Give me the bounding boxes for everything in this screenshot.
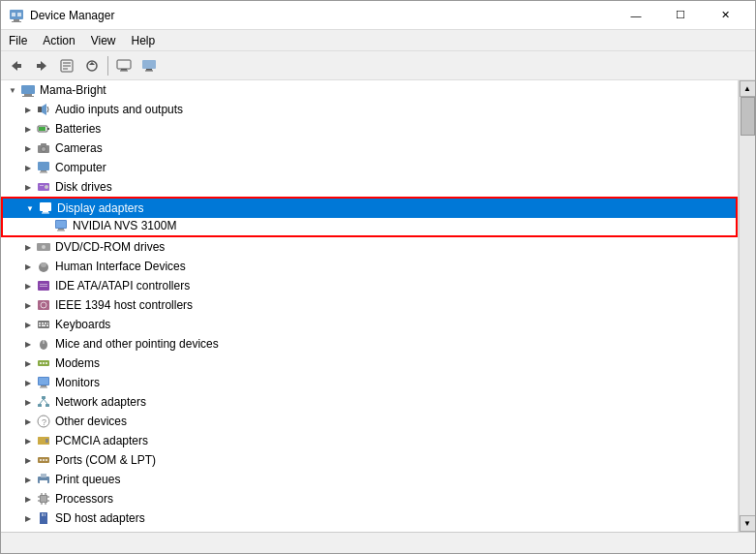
scroll-down-button[interactable]: ▼ bbox=[740, 515, 756, 532]
tree-icon-other: ? bbox=[36, 414, 51, 429]
tree-label: Audio inputs and outputs bbox=[55, 103, 183, 116]
maximize-button[interactable]: ☐ bbox=[658, 1, 703, 30]
update-button[interactable] bbox=[80, 54, 104, 77]
scroll-track[interactable] bbox=[740, 97, 756, 515]
svg-rect-31 bbox=[41, 143, 46, 146]
tree-item[interactable]: ▶ SD host adapters bbox=[1, 508, 738, 528]
tree-icon-battery bbox=[36, 121, 51, 137]
forward-button[interactable] bbox=[30, 54, 53, 77]
svg-marker-14 bbox=[89, 62, 95, 65]
tree-item[interactable]: NVIDIA NVS 3100M bbox=[3, 216, 736, 235]
tree-item[interactable]: ▶ Computer bbox=[1, 158, 738, 177]
title-bar-left: Device Manager bbox=[9, 8, 114, 23]
tree-item[interactable]: ▶ IEEE 1394 host controllers bbox=[1, 295, 738, 315]
svg-rect-40 bbox=[42, 213, 49, 214]
tree-root[interactable]: ▼ Mama-Bright bbox=[1, 80, 738, 100]
tree-label: Other devices bbox=[55, 415, 127, 428]
svg-rect-24 bbox=[38, 107, 42, 112]
properties-icon bbox=[60, 59, 74, 73]
svg-rect-85 bbox=[45, 459, 47, 461]
tree-item[interactable]: ▶ Audio inputs and outputs bbox=[1, 100, 738, 119]
tree-item[interactable]: ▶ Print queues bbox=[1, 470, 738, 489]
tree-arrow: ▶ bbox=[20, 160, 36, 175]
svg-rect-15 bbox=[117, 60, 131, 69]
window-title: Device Manager bbox=[30, 9, 114, 22]
scroll-up-button[interactable]: ▲ bbox=[740, 80, 756, 97]
tree-item[interactable]: ▶ ? Other devices bbox=[1, 412, 738, 431]
tree-arrow: ▶ bbox=[20, 433, 36, 448]
svg-marker-5 bbox=[12, 61, 17, 71]
scan-button[interactable] bbox=[137, 54, 161, 77]
svg-rect-51 bbox=[40, 284, 47, 285]
tree-label: IEEE 1394 host controllers bbox=[55, 298, 193, 312]
tree-item[interactable]: ▼ Display adapters bbox=[3, 199, 736, 218]
svg-point-67 bbox=[43, 362, 45, 364]
tree-arrow: ▶ bbox=[20, 121, 36, 137]
svg-marker-25 bbox=[42, 104, 46, 115]
back-icon bbox=[10, 59, 23, 73]
svg-rect-16 bbox=[121, 69, 127, 71]
svg-rect-23 bbox=[22, 96, 34, 97]
svg-rect-27 bbox=[47, 128, 49, 130]
svg-rect-45 bbox=[56, 221, 66, 228]
tree-arrow: ▶ bbox=[20, 239, 36, 255]
tree-arrow: ▶ bbox=[20, 375, 36, 390]
tree-label: Ports (COM & LPT) bbox=[55, 453, 156, 467]
tree-item[interactable]: ▶ Batteries bbox=[1, 119, 738, 138]
tree-arrow: ▶ bbox=[20, 491, 36, 507]
tree-item[interactable]: ▶ Cameras bbox=[1, 138, 738, 158]
tree-panel[interactable]: ▼ Mama-Bright ▶ Audio inputs and outputs… bbox=[1, 80, 739, 532]
tree-item[interactable]: ▶ Disk drives bbox=[1, 177, 738, 197]
svg-rect-1 bbox=[14, 19, 19, 21]
root-label: Mama-Bright bbox=[40, 83, 106, 97]
tree-icon-mouse bbox=[36, 336, 51, 352]
tree-arrow: ▶ bbox=[20, 140, 36, 156]
tree-icon-computer bbox=[36, 160, 51, 175]
tree-label: Mice and other pointing devices bbox=[55, 337, 219, 351]
svg-rect-60 bbox=[39, 325, 41, 327]
menu-view[interactable]: View bbox=[83, 32, 124, 49]
tree-item[interactable]: ▶ Network adapters bbox=[1, 392, 738, 412]
tree-item[interactable]: ▶ Ports (COM & LPT) bbox=[1, 450, 738, 470]
tree-items-container: ▶ Audio inputs and outputs ▶ Batteries ▶… bbox=[1, 100, 738, 532]
minimize-button[interactable]: — bbox=[614, 1, 658, 30]
tree-item[interactable]: ▶ Monitors bbox=[1, 373, 738, 392]
svg-rect-18 bbox=[142, 60, 156, 69]
tree-label: Keyboards bbox=[55, 318, 110, 331]
properties-button[interactable] bbox=[55, 54, 78, 77]
tree-arrow: ▶ bbox=[20, 414, 36, 429]
tree-item[interactable]: ▶ DVD/CD-ROM drives bbox=[1, 237, 738, 257]
close-button[interactable]: ✕ bbox=[703, 1, 747, 30]
tree-label: Human Interface Devices bbox=[55, 260, 186, 273]
tree-item[interactable]: ▶ Processors bbox=[1, 489, 738, 508]
tree-item[interactable]: ▶ Mice and other pointing devices bbox=[1, 334, 738, 354]
tree-item[interactable]: ▶ PCMCIA adapters bbox=[1, 431, 738, 450]
tree-item[interactable]: ▶ Keyboards bbox=[1, 315, 738, 334]
scrollbar[interactable]: ▲ ▼ bbox=[739, 80, 755, 532]
toolbar-separator bbox=[107, 56, 108, 76]
tree-arrow: ▶ bbox=[20, 179, 36, 195]
svg-rect-55 bbox=[38, 321, 49, 328]
tree-label: PCMCIA adapters bbox=[55, 434, 148, 447]
svg-rect-83 bbox=[40, 459, 42, 461]
svg-rect-61 bbox=[42, 325, 45, 327]
svg-rect-49 bbox=[41, 262, 46, 267]
menu-action[interactable]: Action bbox=[35, 32, 82, 49]
display-button[interactable] bbox=[112, 54, 136, 77]
svg-rect-21 bbox=[21, 85, 35, 94]
svg-rect-71 bbox=[40, 387, 47, 388]
tree-label: Display adapters bbox=[57, 201, 143, 215]
menu-file[interactable]: File bbox=[1, 32, 35, 49]
tree-label: Disk drives bbox=[55, 180, 112, 194]
menu-help[interactable]: Help bbox=[124, 32, 164, 49]
tree-arrow: ▶ bbox=[20, 452, 36, 468]
tree-item[interactable]: ▶ Modems bbox=[1, 354, 738, 373]
scroll-thumb[interactable] bbox=[741, 97, 755, 136]
back-button[interactable] bbox=[5, 54, 28, 77]
tree-item[interactable]: ▶ IDE ATA/ATAPI controllers bbox=[1, 276, 738, 295]
svg-rect-72 bbox=[39, 378, 48, 385]
tree-icon-ports bbox=[36, 452, 51, 468]
svg-rect-20 bbox=[145, 70, 153, 71]
tree-arrow: ▶ bbox=[20, 394, 36, 410]
tree-item[interactable]: ▶ Human Interface Devices bbox=[1, 257, 738, 276]
